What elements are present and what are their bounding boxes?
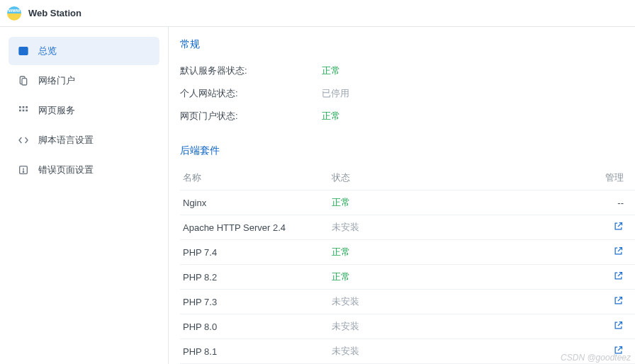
- manage-none: --: [617, 198, 624, 208]
- general-label: 网页门户状态:: [180, 110, 322, 123]
- sidebar-item-script-lang[interactable]: 脚本语言设置: [9, 126, 159, 154]
- backend-title: 后端套件: [180, 144, 635, 157]
- cell-manage: [483, 290, 635, 314]
- nav-label: 网络门户: [38, 74, 75, 87]
- nav-icon: [16, 135, 31, 146]
- general-row: 默认服务器状态:正常: [180, 59, 635, 82]
- nav-icon: [16, 164, 31, 176]
- cell-name: PHP 7.3: [180, 290, 329, 314]
- general-value: 正常: [322, 110, 340, 123]
- svg-rect-3: [22, 79, 27, 85]
- cell-manage: [483, 215, 635, 240]
- title-bar: Web Station: [0, 0, 635, 27]
- cell-status: 正常: [329, 190, 483, 215]
- col-manage: 管理: [483, 166, 635, 190]
- manage-link-icon[interactable]: [613, 221, 624, 232]
- cell-name: PHP 7.4: [180, 240, 329, 265]
- general-label: 个人网站状态:: [180, 87, 322, 100]
- watermark: CSDN @goodteez: [561, 353, 631, 363]
- backend-section: 后端套件 名称 状态 管理 Nginx正常--Apache HTTP Serve…: [180, 144, 635, 364]
- cell-manage: [483, 314, 635, 339]
- table-row: PHP 7.4正常: [180, 240, 635, 265]
- svg-rect-6: [26, 106, 28, 108]
- col-name: 名称: [180, 166, 329, 190]
- cell-status: 未安装: [329, 290, 483, 314]
- app-title: Web Station: [28, 8, 82, 18]
- nav-icon: [16, 45, 31, 57]
- general-section: 常规 默认服务器状态:正常个人网站状态:已停用网页门户状态:正常: [180, 38, 635, 127]
- nav-label: 总览: [38, 45, 57, 57]
- svg-rect-5: [23, 106, 25, 108]
- cell-name: PHP 8.2: [180, 265, 329, 290]
- cell-status: 正常: [329, 240, 483, 265]
- sidebar: 总览网络门户网页服务脚本语言设置错误页面设置: [0, 27, 169, 364]
- general-value: 已停用: [322, 87, 349, 100]
- cell-name: Apache HTTP Server 2.4: [180, 215, 329, 240]
- app-logo-icon: [7, 6, 21, 21]
- body: 总览网络门户网页服务脚本语言设置错误页面设置 常规 默认服务器状态:正常个人网站…: [0, 27, 635, 364]
- col-status: 状态: [329, 166, 483, 190]
- table-row: PHP 7.3未安装: [180, 290, 635, 314]
- manage-link-icon[interactable]: [613, 246, 624, 256]
- manage-link-icon[interactable]: [613, 295, 624, 306]
- general-row: 网页门户状态:正常: [180, 105, 635, 127]
- table-row: PHP 8.0未安装: [180, 314, 635, 339]
- table-row: Nginx正常--: [180, 190, 635, 215]
- cell-status: 未安装: [329, 215, 483, 240]
- svg-rect-7: [19, 110, 21, 112]
- general-title: 常规: [180, 38, 635, 51]
- cell-name: Nginx: [180, 190, 329, 215]
- svg-rect-9: [26, 110, 28, 112]
- manage-link-icon[interactable]: [613, 320, 624, 331]
- table-row: Apache HTTP Server 2.4未安装: [180, 215, 635, 240]
- cell-manage: [483, 265, 635, 290]
- sidebar-item-web-portal[interactable]: 网络门户: [9, 67, 159, 95]
- cell-manage: --: [483, 190, 635, 215]
- nav-label: 错误页面设置: [38, 164, 94, 176]
- cell-name: PHP 8.0: [180, 314, 329, 339]
- nav-label: 脚本语言设置: [38, 134, 94, 147]
- svg-rect-4: [19, 106, 21, 108]
- nav-label: 网页服务: [38, 104, 75, 117]
- sidebar-item-web-service[interactable]: 网页服务: [9, 96, 159, 125]
- sidebar-item-error-page[interactable]: 错误页面设置: [9, 156, 159, 184]
- general-row: 个人网站状态:已停用: [180, 82, 635, 105]
- general-label: 默认服务器状态:: [180, 64, 322, 77]
- cell-status: 未安装: [329, 314, 483, 339]
- svg-rect-0: [19, 47, 28, 55]
- cell-status: 正常: [329, 265, 483, 290]
- cell-manage: [483, 240, 635, 265]
- backend-table: 名称 状态 管理 Nginx正常--Apache HTTP Server 2.4…: [180, 166, 635, 364]
- svg-rect-8: [23, 110, 25, 112]
- cell-name: PHP 8.1: [180, 339, 329, 364]
- sidebar-item-overview[interactable]: 总览: [9, 37, 159, 65]
- manage-link-icon[interactable]: [613, 271, 624, 281]
- table-row: PHP 8.2正常: [180, 265, 635, 290]
- cell-status: 未安装: [329, 339, 483, 364]
- content: 常规 默认服务器状态:正常个人网站状态:已停用网页门户状态:正常 后端套件 名称…: [169, 27, 635, 364]
- general-value: 正常: [322, 64, 340, 77]
- svg-point-12: [23, 171, 23, 172]
- nav-icon: [16, 105, 31, 116]
- nav-icon: [16, 75, 31, 86]
